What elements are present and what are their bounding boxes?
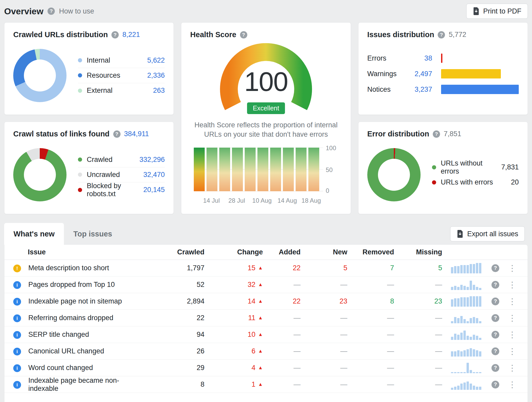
issue-bar[interactable] <box>441 85 519 94</box>
print-to-pdf-button[interactable]: Print to PDF <box>466 4 528 19</box>
legend-value[interactable]: 5,622 <box>147 56 165 64</box>
change-value[interactable]: 32▲ <box>204 281 263 289</box>
new-count[interactable]: 5 <box>301 264 347 272</box>
legend-value[interactable]: 2,336 <box>147 71 165 80</box>
history-bar[interactable] <box>270 148 281 191</box>
missing-count[interactable]: 23 <box>394 297 442 305</box>
crawled-count[interactable]: 94 <box>146 331 204 339</box>
legend-value[interactable]: 263 <box>153 87 165 95</box>
help-icon[interactable]: ? <box>491 364 499 372</box>
issue-row[interactable]: iIndexable page became non-indexable81▲—… <box>4 376 528 393</box>
help-icon[interactable]: ? <box>438 31 445 38</box>
issue-type-count[interactable]: 38 <box>406 54 432 62</box>
issue-name[interactable]: Indexable page not in sitemap <box>28 297 146 305</box>
legend-value[interactable]: 7,831 <box>501 163 519 171</box>
crawled-urls-donut-chart[interactable] <box>13 49 66 102</box>
change-value[interactable]: 15▲ <box>204 264 263 272</box>
help-icon[interactable]: ? <box>433 130 440 138</box>
help-icon[interactable]: ? <box>111 31 119 38</box>
help-icon[interactable]: ? <box>491 298 499 305</box>
issue-name[interactable]: SERP title changed <box>28 331 146 339</box>
help-icon[interactable]: ? <box>491 347 499 355</box>
removed-count[interactable]: 7 <box>347 264 394 272</box>
kebab-menu[interactable]: ⋮ <box>506 280 519 290</box>
change-value[interactable]: 4▲ <box>204 364 263 372</box>
issue-name[interactable]: Word count changed <box>28 364 146 372</box>
info-icon: i <box>13 281 21 289</box>
help-icon[interactable]: ? <box>240 31 247 38</box>
added-count[interactable]: 22 <box>263 264 301 272</box>
history-bar[interactable] <box>308 148 319 191</box>
legend-value[interactable]: 332,296 <box>139 156 165 164</box>
crawled-count[interactable]: 26 <box>146 347 204 355</box>
how-to-use-link[interactable]: How to use <box>59 7 94 15</box>
kebab-menu[interactable]: ⋮ <box>506 296 519 306</box>
help-icon[interactable]: ? <box>491 314 499 322</box>
change-value[interactable]: 6▲ <box>204 347 263 355</box>
removed-count: — <box>347 364 394 372</box>
crawled-count[interactable]: 52 <box>146 281 204 289</box>
crawl-status-total-link[interactable]: 384,911 <box>124 130 149 138</box>
legend-item: Resources2,336 <box>78 68 165 83</box>
crawled-urls-total-link[interactable]: 8,221 <box>122 31 140 39</box>
missing-count[interactable]: 5 <box>394 264 442 272</box>
help-icon[interactable]: ? <box>113 130 121 138</box>
issue-bar[interactable] <box>441 69 501 78</box>
issue-type-count[interactable]: 3,237 <box>406 85 432 94</box>
history-bar[interactable] <box>283 148 294 191</box>
kebab-menu[interactable]: ⋮ <box>506 330 519 340</box>
help-icon[interactable]: ? <box>48 8 55 15</box>
legend-value[interactable]: 32,470 <box>143 171 165 179</box>
issue-name[interactable]: Pages dropped from Top 10 <box>28 281 146 289</box>
legend-value[interactable]: 20,145 <box>143 186 165 194</box>
issue-bar[interactable] <box>441 54 442 63</box>
export-all-issues-button[interactable]: Export all issues <box>450 226 525 241</box>
history-bar[interactable] <box>194 148 205 191</box>
crawled-count[interactable]: 1,797 <box>146 264 204 272</box>
legend-value[interactable]: 20 <box>511 178 519 186</box>
change-value[interactable]: 11▲ <box>204 314 263 322</box>
change-value[interactable]: 10▲ <box>204 331 263 339</box>
issue-row[interactable]: iCanonical URL changed266▲————?⋮ <box>4 343 528 360</box>
history-bar[interactable] <box>245 148 256 191</box>
change-value[interactable]: 14▲ <box>204 297 263 305</box>
issue-name[interactable]: Canonical URL changed <box>28 347 146 355</box>
help-icon[interactable]: ? <box>491 264 499 272</box>
issue-row[interactable]: iSERP title changed9410▲————?⋮ <box>4 326 528 343</box>
tab-whats-new[interactable]: What's new <box>4 223 64 245</box>
crawled-count[interactable]: 2,894 <box>146 297 204 305</box>
history-bar[interactable] <box>296 148 307 191</box>
issue-row[interactable]: !Meta description too short1,79715▲22575… <box>4 260 528 276</box>
issue-type-count[interactable]: 2,497 <box>406 70 432 78</box>
history-bar[interactable] <box>257 148 268 191</box>
help-icon[interactable]: ? <box>491 331 499 339</box>
tab-top-issues[interactable]: Top issues <box>64 223 121 245</box>
help-icon[interactable]: ? <box>491 381 499 388</box>
added-count[interactable]: 22 <box>263 297 301 305</box>
change-value[interactable]: 1▲ <box>204 380 263 388</box>
crawled-count[interactable]: 29 <box>146 364 204 372</box>
removed-count[interactable]: 8 <box>347 297 394 305</box>
issue-row[interactable]: iPages dropped from Top 105232▲————?⋮ <box>4 276 528 293</box>
issue-row[interactable]: iWord count changed294▲————?⋮ <box>4 360 528 376</box>
kebab-menu[interactable]: ⋮ <box>506 346 519 356</box>
crawl-status-donut-chart[interactable] <box>13 148 66 201</box>
help-icon[interactable]: ? <box>491 281 499 289</box>
issue-name[interactable]: Indexable page became non-indexable <box>28 377 146 393</box>
kebab-menu[interactable]: ⋮ <box>506 363 519 373</box>
new-count[interactable]: 23 <box>301 297 347 305</box>
crawled-count[interactable]: 8 <box>146 380 204 388</box>
issue-name[interactable]: Meta description too short <box>28 264 146 272</box>
kebab-menu[interactable]: ⋮ <box>506 313 519 323</box>
history-bar[interactable] <box>207 148 217 191</box>
info-icon: i <box>13 348 21 355</box>
history-bar[interactable] <box>219 148 230 191</box>
issue-name[interactable]: Referring domains dropped <box>28 314 146 322</box>
issue-row[interactable]: iIndexable page not in sitemap2,89414▲22… <box>4 293 528 310</box>
history-bar[interactable] <box>232 148 243 191</box>
error-distribution-donut-chart[interactable] <box>367 148 421 201</box>
kebab-menu[interactable]: ⋮ <box>506 380 519 390</box>
kebab-menu[interactable]: ⋮ <box>506 263 519 273</box>
issue-row[interactable]: iReferring domains dropped2211▲————?⋮ <box>4 310 528 326</box>
crawled-count[interactable]: 22 <box>146 314 204 322</box>
